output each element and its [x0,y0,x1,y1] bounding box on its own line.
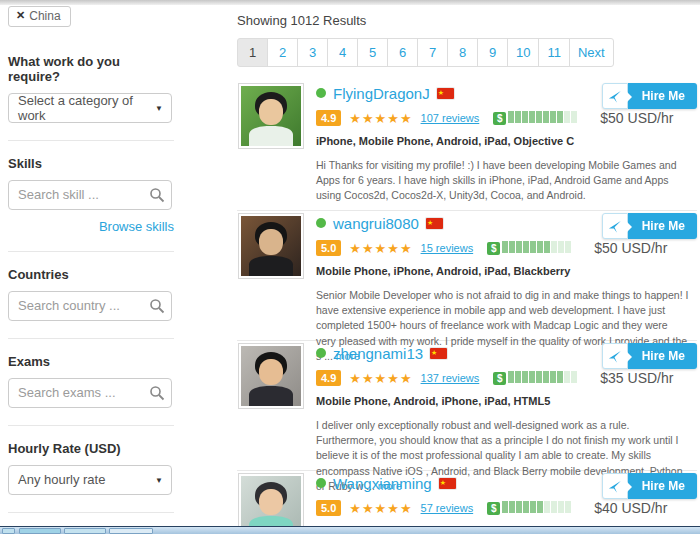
countries-label: Countries [8,267,174,282]
browse-skills-link[interactable]: Browse skills [8,219,174,234]
earnings-meter: $ [493,369,578,387]
chevron-down-icon: ▼ [155,104,163,113]
freelancer-bird-icon [602,213,628,239]
freelancer-card: FlyingDragonJ ★ 4.9 ★★★★★ 107 reviews $ … [237,81,697,211]
reviews-link[interactable]: 137 reviews [421,372,480,384]
page-button-8[interactable]: 8 [447,38,478,67]
freelancer-avatar[interactable] [238,83,304,149]
freelancer-name-link[interactable]: FlyingDragonJ [333,85,430,102]
china-flag-icon: ★ [426,218,443,229]
hourly-rate-select[interactable]: Any hourly rate ▼ [8,465,172,495]
hire-me-button[interactable]: Hire Me [602,343,697,369]
search-icon [149,385,165,401]
freelancer-bird-icon [602,343,628,369]
category-filter-section: What work do you require? Select a categ… [8,27,174,141]
taskbar-button[interactable] [2,528,15,534]
dollar-badge-icon: $ [493,372,506,385]
page-button-7[interactable]: 7 [417,38,448,67]
earnings-meter: $ [493,109,578,127]
earnings-segments [502,239,572,257]
freelancer-avatar[interactable] [238,343,304,409]
avatar-photo [241,86,301,146]
taskbar-button[interactable] [109,528,153,534]
china-flag-icon: ★ [437,88,454,99]
reviews-link[interactable]: 15 reviews [421,242,474,254]
online-status-dot [316,88,326,98]
online-status-dot [316,218,326,228]
hire-me-button[interactable]: Hire Me [602,473,697,499]
hourly-rate-selected-value: Any hourly rate [18,472,105,487]
page-button-5[interactable]: 5 [357,38,388,67]
freelancer-name-link[interactable]: wangrui8080 [333,215,419,232]
hourly-rate-filter-section: Hourly Rate (USD) Any hourly rate ▼ [8,426,174,513]
category-selected-value: Select a category of work [18,93,151,123]
skills-list: Mobile Phone, iPhone, Android, iPad, Bla… [316,265,692,277]
rating-badge: 5.0 [316,500,341,516]
page-button-4[interactable]: 4 [327,38,358,67]
online-status-dot [316,348,326,358]
page-button-9[interactable]: 9 [477,38,508,67]
earnings-segments [508,369,578,387]
rating-badge: 4.9 [316,370,341,386]
dollar-badge-icon: $ [487,242,500,255]
hourly-rate-value: $50 USD/hr [594,240,667,256]
reviews-link[interactable]: 107 reviews [421,112,480,124]
earnings-meter: $ [487,499,572,517]
hire-me-button[interactable]: Hire Me [602,213,697,239]
freelancer-bird-icon [602,473,628,499]
page-button-2[interactable]: 2 [267,38,298,67]
freelancer-name-link[interactable]: Wangxianming [333,475,432,492]
avatar-photo [241,346,301,406]
search-icon [149,298,165,314]
taskbar-button[interactable] [19,528,61,534]
china-flag-icon: ★ [439,478,456,489]
chevron-down-icon: ▼ [155,476,163,485]
active-filter-tag-china[interactable]: ✕ China [8,6,71,27]
online-status-dot [316,478,326,488]
hourly-rate-label: Hourly Rate (USD) [8,441,174,456]
skill-search-input[interactable] [8,180,172,210]
category-label: What work do you require? [8,54,174,84]
reviews-link[interactable]: 57 reviews [421,502,474,514]
os-taskbar-sliver[interactable] [0,526,700,534]
taskbar-button[interactable] [64,528,106,534]
freelancer-card: wangrui8080 ★ 5.0 ★★★★★ 15 reviews $ $50… [237,211,697,341]
hourly-rate-value: $40 USD/hr [594,500,667,516]
freelancer-avatar[interactable] [238,213,304,279]
dollar-badge-icon: $ [493,112,506,125]
exam-search-input[interactable] [8,378,172,408]
freelancer-name-link[interactable]: zhengnami13 [333,345,423,362]
hire-me-button[interactable]: Hire Me [602,83,697,109]
skills-list: iPhone, Mobile Phone, Android, iPad, Obj… [316,135,692,147]
page-button-next[interactable]: Next [569,38,614,67]
skills-label: Skills [8,156,174,171]
countries-filter-section: Countries [8,252,174,339]
filters-sidebar: ✕ China What work do you require? Select… [8,5,174,534]
hourly-rate-value: $50 USD/hr [600,110,673,126]
dollar-badge-icon: $ [487,502,500,515]
earnings-segments [508,109,578,127]
skills-filter-section: Skills Browse skills [8,141,174,252]
freelancer-bird-icon [602,83,628,109]
page-button-6[interactable]: 6 [387,38,418,67]
star-rating-icons: ★★★★★ [349,501,412,516]
remove-filter-icon[interactable]: ✕ [16,9,25,22]
profile-description: Hi Thanks for visiting my profile! :) I … [316,158,690,204]
freelancer-avatar[interactable] [238,473,304,534]
page-button-11[interactable]: 11 [538,38,570,67]
results-count: Showing 1012 Results [237,13,697,28]
results-panel: Showing 1012 Results 1 2 3 4 5 6 7 8 9 1… [237,5,697,534]
star-rating-icons: ★★★★★ [349,241,412,256]
page-button-10[interactable]: 10 [507,38,539,67]
category-select[interactable]: Select a category of work ▼ [8,93,172,123]
exams-label: Exams [8,354,174,369]
page-button-1[interactable]: 1 [237,38,268,67]
avatar-photo [241,216,301,276]
hourly-rate-value: $35 USD/hr [600,370,673,386]
china-flag-icon: ★ [430,348,447,359]
star-rating-icons: ★★★★★ [349,111,412,126]
country-search-input[interactable] [8,291,172,321]
filter-tag-label: China [29,9,60,23]
freelancer-list: FlyingDragonJ ★ 4.9 ★★★★★ 107 reviews $ … [237,81,697,534]
page-button-3[interactable]: 3 [297,38,328,67]
